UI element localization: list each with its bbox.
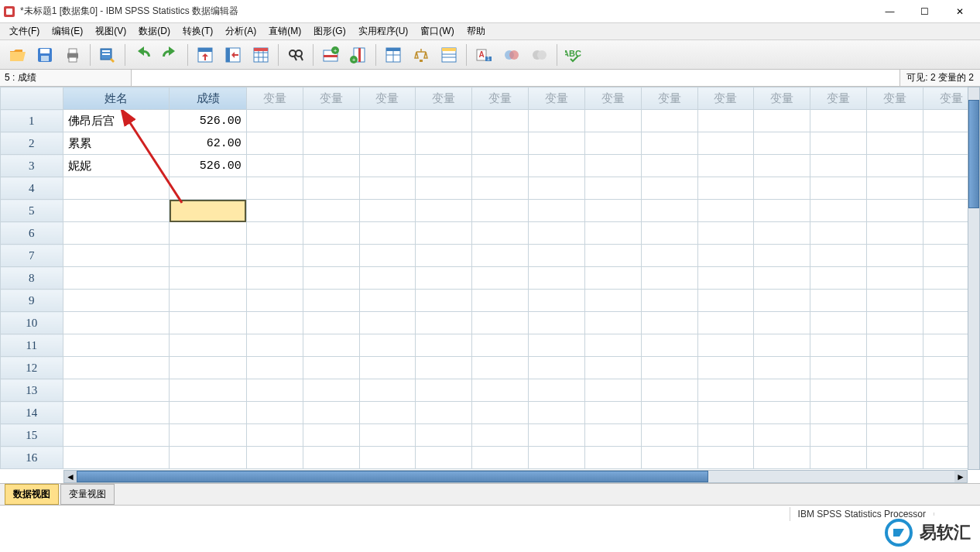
show-all-button[interactable] xyxy=(527,43,552,67)
cell-empty[interactable] xyxy=(246,222,303,245)
cell-empty[interactable] xyxy=(416,132,472,155)
menu-transform[interactable]: 转换(T) xyxy=(176,23,219,39)
cell-empty[interactable] xyxy=(359,177,416,200)
column-header-var[interactable]: 变量 xyxy=(810,87,867,110)
cell-empty[interactable] xyxy=(754,132,810,155)
cell-empty[interactable] xyxy=(529,424,585,447)
cell-empty[interactable] xyxy=(867,290,923,312)
cell-empty[interactable] xyxy=(754,267,810,290)
cell-empty[interactable] xyxy=(754,402,810,424)
cell-empty[interactable] xyxy=(246,402,303,424)
row-header[interactable]: 16 xyxy=(1,447,63,469)
cell-empty[interactable] xyxy=(641,379,697,402)
vertical-scrollbar[interactable] xyxy=(968,87,980,470)
cell-empty[interactable] xyxy=(697,155,754,177)
cell-empty[interactable] xyxy=(810,290,867,312)
cell-empty[interactable] xyxy=(303,357,359,379)
split-file-button[interactable] xyxy=(381,43,406,67)
variables-button[interactable] xyxy=(248,43,273,67)
menu-graphs[interactable]: 图形(G) xyxy=(307,23,351,39)
cell-empty[interactable] xyxy=(754,334,810,357)
cell-name[interactable] xyxy=(63,267,170,290)
cell-empty[interactable] xyxy=(359,447,416,469)
cell-empty[interactable] xyxy=(472,267,529,290)
menu-data[interactable]: 数据(D) xyxy=(132,23,176,39)
menu-view[interactable]: 视图(V) xyxy=(89,23,132,39)
cell-empty[interactable] xyxy=(641,267,697,290)
cell-empty[interactable] xyxy=(810,177,867,200)
cell-empty[interactable] xyxy=(416,245,472,267)
cell-empty[interactable] xyxy=(472,290,529,312)
scroll-left-icon[interactable]: ◄ xyxy=(64,471,77,482)
cell-empty[interactable] xyxy=(697,132,754,155)
cell-empty[interactable] xyxy=(246,132,303,155)
cell-empty[interactable] xyxy=(697,312,754,334)
cell-empty[interactable] xyxy=(472,312,529,334)
cell-empty[interactable] xyxy=(584,132,641,155)
table-row[interactable]: 16 xyxy=(1,447,980,469)
cell-empty[interactable] xyxy=(754,447,810,469)
cell-empty[interactable] xyxy=(754,290,810,312)
cell-name[interactable] xyxy=(63,379,170,402)
menu-utilities[interactable]: 实用程序(U) xyxy=(352,23,415,39)
cell-empty[interactable] xyxy=(641,290,697,312)
column-header-var[interactable]: 变量 xyxy=(472,87,529,110)
cell-empty[interactable] xyxy=(529,155,585,177)
cell-empty[interactable] xyxy=(584,245,641,267)
cell-empty[interactable] xyxy=(867,267,923,290)
cell-empty[interactable] xyxy=(810,132,867,155)
cell-empty[interactable] xyxy=(303,110,359,132)
cell-empty[interactable] xyxy=(584,424,641,447)
cell-empty[interactable] xyxy=(641,357,697,379)
cell-empty[interactable] xyxy=(697,357,754,379)
cell-name[interactable] xyxy=(63,357,170,379)
column-header-var[interactable]: 变量 xyxy=(359,87,416,110)
cell-empty[interactable] xyxy=(359,222,416,245)
cell-empty[interactable] xyxy=(810,424,867,447)
undo-button[interactable] xyxy=(130,43,155,67)
cell-empty[interactable] xyxy=(810,447,867,469)
cell-empty[interactable] xyxy=(529,447,585,469)
goto-case-button[interactable] xyxy=(193,43,218,67)
cell-score[interactable] xyxy=(170,245,246,267)
table-row[interactable]: 11 xyxy=(1,334,980,357)
cell-name[interactable] xyxy=(63,447,170,469)
cell-empty[interactable] xyxy=(754,222,810,245)
cell-empty[interactable] xyxy=(529,312,585,334)
goto-var-button[interactable] xyxy=(221,43,245,67)
cell-empty[interactable] xyxy=(584,402,641,424)
cell-empty[interactable] xyxy=(584,447,641,469)
dialog-recall-button[interactable] xyxy=(95,43,120,67)
tab-variable-view[interactable]: 变量视图 xyxy=(60,484,115,505)
cell-empty[interactable] xyxy=(303,132,359,155)
cell-empty[interactable] xyxy=(697,177,754,200)
cell-empty[interactable] xyxy=(359,334,416,357)
cell-empty[interactable] xyxy=(472,155,529,177)
value-labels-button[interactable]: A1 xyxy=(471,43,496,67)
cell-empty[interactable] xyxy=(810,222,867,245)
cell-empty[interactable] xyxy=(246,357,303,379)
cell-empty[interactable] xyxy=(303,177,359,200)
cell-empty[interactable] xyxy=(867,155,923,177)
cell-empty[interactable] xyxy=(867,357,923,379)
cell-score[interactable] xyxy=(170,447,246,469)
corner-header[interactable] xyxy=(1,87,63,110)
cell-empty[interactable] xyxy=(359,155,416,177)
cell-name[interactable] xyxy=(63,245,170,267)
table-row[interactable]: 10 xyxy=(1,312,980,334)
cell-empty[interactable] xyxy=(641,424,697,447)
row-header[interactable]: 5 xyxy=(1,200,63,222)
cell-score[interactable] xyxy=(170,290,246,312)
cell-empty[interactable] xyxy=(754,177,810,200)
cell-empty[interactable] xyxy=(641,222,697,245)
table-row[interactable]: 14 xyxy=(1,402,980,424)
cell-empty[interactable] xyxy=(867,132,923,155)
cell-empty[interactable] xyxy=(416,447,472,469)
cell-empty[interactable] xyxy=(529,132,585,155)
cell-empty[interactable] xyxy=(697,245,754,267)
cell-empty[interactable] xyxy=(697,334,754,357)
cell-empty[interactable] xyxy=(246,267,303,290)
cell-empty[interactable] xyxy=(529,357,585,379)
column-header-var[interactable]: 变量 xyxy=(303,87,359,110)
cell-empty[interactable] xyxy=(303,379,359,402)
